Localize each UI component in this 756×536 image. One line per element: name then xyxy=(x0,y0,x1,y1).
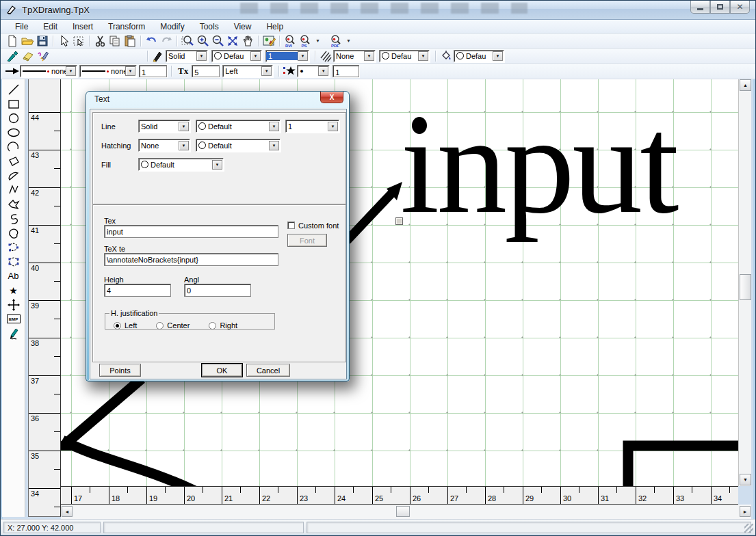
dialog-close-button[interactable]: X xyxy=(320,92,343,103)
chevron-down-icon[interactable]: ▼ xyxy=(364,51,374,61)
polyline-tool[interactable] xyxy=(5,183,23,197)
open-button[interactable] xyxy=(20,34,35,48)
chevron-down-icon[interactable]: ▼ xyxy=(196,51,207,61)
zoom-area-button[interactable] xyxy=(180,34,195,48)
minimize-button[interactable] xyxy=(690,1,710,14)
chevron-down-icon[interactable]: ▼ xyxy=(261,66,272,76)
scroll-down-button[interactable]: ▼ xyxy=(740,474,751,485)
justify-center-radio[interactable] xyxy=(156,322,164,330)
hatching-tool-icon-button[interactable] xyxy=(318,49,333,63)
horizontal-scroll-thumb[interactable] xyxy=(396,506,410,517)
height-field[interactable] xyxy=(104,284,171,297)
hatching-style-combo[interactable]: None ▼ xyxy=(333,50,376,62)
pan-button[interactable] xyxy=(240,34,255,48)
menu-edit[interactable]: Edit xyxy=(36,21,65,33)
symbol-tool[interactable] xyxy=(5,297,23,312)
resize-grip[interactable] xyxy=(744,524,753,533)
scroll-right-button[interactable]: ► xyxy=(740,506,751,517)
menu-insert[interactable]: Insert xyxy=(65,21,101,33)
tex-text-field[interactable] xyxy=(104,253,278,266)
chevron-down-icon[interactable]: ▼ xyxy=(493,51,503,61)
text-size-field[interactable] xyxy=(192,65,220,77)
dialog-hatching-style-combo[interactable]: None ▼ xyxy=(138,139,190,152)
hatching-color-combo[interactable]: Defau ▼ xyxy=(379,50,430,62)
dialog-line-color-combo[interactable]: Default ▼ xyxy=(196,120,281,133)
line-width-combo[interactable]: 1 ▼ xyxy=(265,50,309,62)
text-tool[interactable]: Ab xyxy=(5,269,23,283)
chevron-down-icon[interactable]: ▼ xyxy=(250,51,261,61)
vertical-scrollbar[interactable]: ▲ ▼ xyxy=(738,79,751,486)
scroll-up-button[interactable]: ▲ xyxy=(740,79,751,91)
sector-tool[interactable] xyxy=(5,168,23,183)
zoom-out-button[interactable] xyxy=(210,34,225,48)
symbol-tool-icon-button[interactable] xyxy=(282,64,297,78)
symbol-shape-combo[interactable]: ● ▼ xyxy=(297,65,330,77)
menu-help[interactable]: Help xyxy=(259,21,291,33)
cancel-button[interactable]: Cancel xyxy=(246,364,290,377)
dialog-hatching-color-combo[interactable]: Default ▼ xyxy=(196,139,281,152)
justify-left-radio[interactable] xyxy=(114,322,121,330)
cut-button[interactable] xyxy=(92,34,107,48)
drawn-arrow-upper-stroke[interactable] xyxy=(65,379,142,444)
restore-button[interactable] xyxy=(710,1,730,14)
symbol-size-field[interactable] xyxy=(333,65,359,77)
closed-curve-tool[interactable] xyxy=(5,226,23,240)
arrow-head2-combo[interactable]: none ▼ xyxy=(79,65,137,77)
menu-modify[interactable]: Modify xyxy=(153,21,192,33)
color-picker-button[interactable] xyxy=(5,49,20,63)
chevron-down-icon[interactable]: ▼ xyxy=(212,160,222,170)
line-color-combo[interactable]: Defau ▼ xyxy=(211,50,262,62)
chevron-down-icon[interactable]: ▼ xyxy=(298,51,308,61)
ok-button[interactable]: OK xyxy=(202,364,242,377)
line-tool[interactable] xyxy=(5,82,23,96)
chevron-down-icon[interactable]: ▼ xyxy=(318,66,328,76)
preview-dvi-button[interactable]: DVI xyxy=(283,34,298,48)
chevron-down-icon[interactable]: ▼ xyxy=(269,141,279,150)
preview-button[interactable] xyxy=(261,34,276,48)
drawn-arrow-curve[interactable] xyxy=(62,440,195,486)
angle-field[interactable] xyxy=(184,284,251,297)
preview-ps-button[interactable]: PS xyxy=(298,34,313,48)
chevron-down-icon[interactable]: ▼ xyxy=(179,141,189,150)
font-button[interactable]: Font xyxy=(287,234,327,247)
dialog-line-style-combo[interactable]: Solid ▼ xyxy=(138,120,190,133)
chevron-down-icon[interactable]: ▼ xyxy=(418,51,428,61)
closed-polyline-tool[interactable] xyxy=(5,197,23,211)
text-field[interactable] xyxy=(104,225,278,238)
scroll-left-button[interactable]: ◄ xyxy=(62,506,73,517)
area-select-tool-button[interactable] xyxy=(71,34,86,48)
undo-button[interactable] xyxy=(144,34,159,48)
drawn-diagonal-line[interactable] xyxy=(347,190,395,241)
justify-right-radio[interactable] xyxy=(209,322,216,330)
text-justify-combo[interactable]: Left ▼ xyxy=(222,65,273,77)
vertical-scroll-thumb[interactable] xyxy=(740,274,751,300)
chevron-down-icon[interactable]: ▼ xyxy=(125,66,135,76)
bitmap-tool[interactable]: BMP xyxy=(5,312,23,326)
chevron-down-icon[interactable]: ▼ xyxy=(328,122,338,131)
menu-file[interactable]: File xyxy=(8,21,36,33)
dialog-fill-color-combo[interactable]: Default ▼ xyxy=(138,158,224,171)
save-button[interactable] xyxy=(35,34,50,48)
arrow-head1-combo[interactable]: none ▼ xyxy=(20,65,77,77)
chevron-down-icon[interactable]: ▼ xyxy=(179,122,189,131)
ellipse-tool[interactable] xyxy=(5,125,23,139)
curve-tool[interactable] xyxy=(5,211,23,226)
dialog-line-width-combo[interactable]: 1 ▼ xyxy=(285,120,339,133)
arrow-tool-icon-button[interactable] xyxy=(5,64,20,78)
preview-pdf-button[interactable]: PDF xyxy=(328,34,343,48)
line-style-combo[interactable]: Solid ▼ xyxy=(166,50,208,62)
chevron-down-icon[interactable]: ▼ xyxy=(66,66,76,76)
horizontal-scrollbar[interactable]: ◄ ► xyxy=(61,505,751,519)
closed-bezier-tool[interactable] xyxy=(5,254,23,269)
pdf-dropdown-caret[interactable]: ▼ xyxy=(343,38,354,43)
select-tool-button[interactable] xyxy=(56,34,71,48)
zoom-fit-button[interactable] xyxy=(225,34,240,48)
paste-button[interactable] xyxy=(122,34,138,48)
zoom-in-button[interactable] xyxy=(195,34,210,48)
bezier-path-tool[interactable] xyxy=(5,240,23,254)
points-button[interactable]: Points xyxy=(99,364,141,377)
rectangle-tool[interactable] xyxy=(5,96,23,111)
format-painter-button[interactable] xyxy=(35,49,50,63)
chevron-down-icon[interactable]: ▼ xyxy=(269,122,279,131)
ps-dropdown-caret[interactable]: ▼ xyxy=(313,38,323,43)
